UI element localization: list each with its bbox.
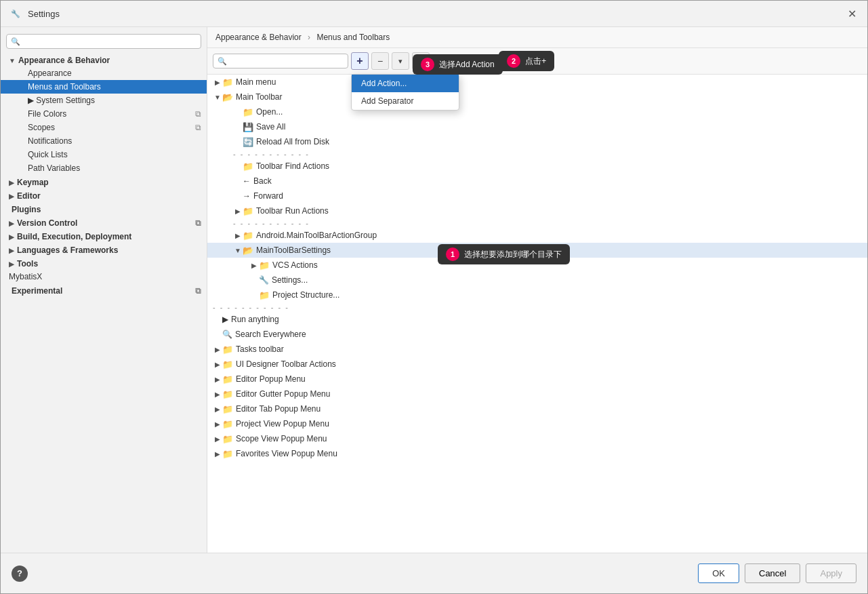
dropdown-menu: 3 选择Add Action Add Action... Add Separat… [351, 74, 459, 111]
folder-icon-run: 📁 [243, 206, 253, 216]
file-colors-copy-icon: ⧉ [195, 109, 201, 119]
tree-row-editor-gutter[interactable]: ▶ 📁 Editor Gutter Popup Menu [207, 387, 867, 401]
tree-row-main-toolbar[interactable]: ▼ 📂 Main Toolbar [207, 90, 867, 104]
add-button[interactable]: + [351, 52, 369, 70]
tree-row-ui-designer[interactable]: ▶ 📁 UI Designer Toolbar Actions [207, 357, 867, 372]
collapsed-arrow-scope: ▶ [213, 435, 222, 443]
sidebar-item-build-execution[interactable]: ▶ Build, Execution, Deployment [1, 229, 207, 243]
tree-row-project-structure[interactable]: 📁 Project Structure... [207, 288, 867, 302]
sidebar-item-quick-lists[interactable]: Quick Lists [1, 148, 207, 161]
tree-row-forward[interactable]: → Forward [207, 189, 867, 203]
tree-row-editor-popup[interactable]: ▶ 📁 Editor Popup Menu [207, 372, 867, 387]
folder-icon-open: 📁 [243, 107, 253, 117]
tree-row-main-menu[interactable]: ▶ 📁 Main menu [207, 75, 867, 90]
collapsed-arrow-icon: ▶ [213, 79, 222, 86]
settings-dialog: 🔧 Settings ✕ 🔍 ▼ Appearance & Behavior A… [0, 0, 868, 594]
bottom-bar: ? OK Cancel Apply [1, 553, 867, 593]
chevron-right-icon: ▶ [9, 179, 14, 186]
apply-button[interactable]: Apply [806, 563, 856, 583]
sidebar-search-icon: 🔍 [11, 37, 20, 46]
sidebar-item-editor[interactable]: ▶ Editor [1, 189, 207, 202]
toolbar-search-container[interactable]: 🔍 [213, 54, 348, 68]
tree-row-open[interactable]: 📁 Open... [207, 104, 867, 119]
step3-circle: 3 [421, 58, 434, 71]
tree-row-editor-tab-popup[interactable]: ▶ 📁 Editor Tab Popup Menu [207, 401, 867, 416]
tree-row-run-anything[interactable]: ▶ Run anything [207, 312, 867, 327]
sidebar-search-container[interactable]: 🔍 [6, 34, 201, 49]
chevron-right-icon6: ▶ [9, 247, 14, 254]
sidebar-item-notifications[interactable]: Notifications [1, 134, 207, 148]
title-bar-left: 🔧 Settings [9, 7, 60, 20]
title-bar: 🔧 Settings ✕ [1, 1, 867, 27]
sidebar-item-system-settings[interactable]: ▶ System Settings [1, 94, 207, 107]
folder-icon-tasks: 📁 [222, 344, 233, 355]
collapsed-arrow-favorites: ▶ [213, 450, 222, 458]
add-action-menu-item[interactable]: Add Action... [352, 75, 459, 92]
toolbar-search-input[interactable] [230, 56, 344, 66]
tree-row-main-toolbar-settings[interactable]: ▼ 📂 MainToolBarSettings 1 选择想要添加到哪个目录下 [207, 243, 867, 258]
tree-row-save-all[interactable]: 💾 Save All [207, 119, 867, 134]
tree-row-android-main[interactable]: ▶ 📁 Android.MainToolBarActionGroup [207, 228, 867, 243]
sidebar-item-mybatisx[interactable]: MybatisX [1, 270, 207, 283]
folder-icon-settings: 📂 [243, 245, 253, 256]
sidebar-item-experimental[interactable]: Experimental ⧉ [1, 283, 207, 297]
folder-icon-editor-popup: 📁 [222, 374, 233, 384]
forward-icon: → [243, 191, 251, 201]
separator-2: - - - - - - - - - - - [207, 218, 867, 228]
tree-row-favorites-popup[interactable]: ▶ 📁 Favorites View Popup Menu [207, 446, 867, 461]
tree-row-reload-disk[interactable]: 🔄 Reload All from Disk [207, 134, 867, 149]
sidebar-item-tools[interactable]: ▶ Tools [1, 256, 207, 270]
back-icon: ← [243, 176, 251, 186]
cancel-button[interactable]: Cancel [745, 563, 800, 583]
folder-icon-project-view: 📁 [222, 419, 233, 429]
bottom-buttons: OK Cancel Apply [698, 563, 856, 583]
folder-icon: 📁 [222, 77, 233, 87]
tree-row-tasks-toolbar[interactable]: ▶ 📁 Tasks toolbar [207, 342, 867, 357]
sidebar-item-path-variables[interactable]: Path Variables [1, 161, 207, 175]
sidebar-item-appearance-behavior[interactable]: ▼ Appearance & Behavior [1, 53, 207, 66]
tree-row-project-view-popup[interactable]: ▶ 📁 Project View Popup Menu [207, 416, 867, 431]
collapsed-arrow-gutter: ▶ [213, 391, 222, 398]
ok-button[interactable]: OK [698, 563, 739, 583]
tree-row-toolbar-find-actions[interactable]: 📁 Toolbar Find Actions [207, 159, 867, 174]
step2-circle: 2 [507, 54, 520, 68]
folder-icon-android: 📁 [243, 231, 253, 241]
add-separator-menu-item[interactable]: Add Separator [352, 92, 459, 110]
dialog-body: 🔍 ▼ Appearance & Behavior Appearance Men… [1, 27, 867, 553]
breadcrumb: Appearance & Behavior › Menus and Toolba… [207, 27, 867, 48]
tree-row-settings-item[interactable]: 🔧 Settings... [207, 273, 867, 288]
separator-1: - - - - - - - - - - - [207, 149, 867, 159]
close-button[interactable]: ✕ [844, 6, 859, 21]
folder-icon-project: 📁 [259, 290, 270, 300]
sidebar-item-scopes[interactable]: Scopes ⧉ [1, 121, 207, 134]
collapsed-arrow-editor-popup: ▶ [213, 376, 222, 383]
window-title: Settings [28, 9, 60, 19]
sidebar-item-plugins[interactable]: Plugins [1, 202, 207, 216]
dropdown-button[interactable]: ▾ [392, 52, 409, 70]
tree-row-scope-view-popup[interactable]: ▶ 📁 Scope View Popup Menu [207, 431, 867, 446]
sidebar: 🔍 ▼ Appearance & Behavior Appearance Men… [1, 27, 207, 553]
sidebar-item-languages[interactable]: ▶ Languages & Frameworks [1, 243, 207, 256]
tree-row-search-everywhere[interactable]: 🔍 Search Everywhere [207, 327, 867, 342]
step2-tooltip: 2 点击+ [499, 51, 554, 71]
tree-row-back[interactable]: ← Back [207, 174, 867, 189]
chevron-right-icon2: ▶ [9, 193, 14, 200]
step1-circle: 1 [446, 248, 459, 261]
help-button[interactable]: ? [12, 566, 28, 582]
collapsed-arrow-ui: ▶ [213, 361, 222, 368]
folder-icon-vcs: 📁 [259, 260, 270, 271]
sidebar-item-menus-toolbars[interactable]: Menus and Toolbars [1, 80, 207, 94]
expanded-arrow-settings: ▼ [233, 247, 243, 254]
sidebar-item-file-colors[interactable]: File Colors ⧉ [1, 107, 207, 121]
sidebar-search-input[interactable] [23, 37, 197, 46]
wrench-icon: 🔧 [259, 275, 269, 285]
folder-icon-main-toolbar: 📂 [222, 92, 233, 102]
sidebar-item-appearance[interactable]: Appearance [1, 66, 207, 80]
expanded-arrow-icon: ▼ [213, 94, 222, 101]
sidebar-item-keymap[interactable]: ▶ Keymap [1, 175, 207, 189]
sidebar-item-version-control[interactable]: ▶ Version Control ⧉ [1, 216, 207, 229]
chevron-down-icon: ▼ [9, 57, 16, 64]
search-everywhere-icon: 🔍 [222, 330, 232, 339]
remove-button[interactable]: − [371, 52, 389, 70]
tree-row-toolbar-run-actions[interactable]: ▶ 📁 Toolbar Run Actions [207, 203, 867, 218]
